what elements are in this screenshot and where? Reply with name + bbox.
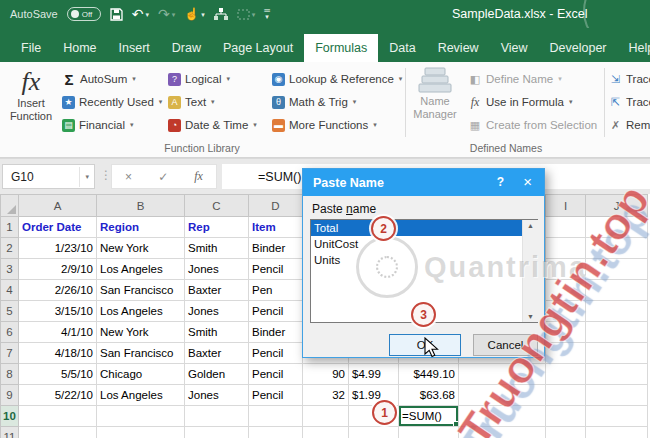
cell-F11[interactable]	[349, 427, 399, 438]
cell-D4[interactable]: Pen	[249, 280, 303, 301]
cell-J1[interactable]	[586, 217, 648, 238]
cell-B11[interactable]	[97, 427, 185, 438]
cell-I1[interactable]	[546, 217, 586, 238]
scroll-down-icon[interactable]: ▼	[523, 313, 538, 320]
tab-formulas[interactable]: Formulas	[304, 34, 378, 62]
row-header-4[interactable]: 4	[1, 280, 19, 301]
touch-mode-dropdown-icon[interactable]: ▾	[201, 11, 205, 18]
cell-J7[interactable]	[586, 343, 648, 364]
cell-J11[interactable]	[586, 427, 648, 438]
cell-B5[interactable]: Los Angeles	[97, 301, 185, 322]
row-header-7[interactable]: 7	[1, 343, 19, 364]
listbox-scrollbar[interactable]: ▲ ▼	[522, 220, 538, 322]
row-header-1[interactable]: 1	[1, 217, 19, 238]
selection-dropdown-icon[interactable]: ▾	[252, 11, 256, 18]
cancel-entry-button[interactable]: ×	[125, 170, 132, 184]
math-trig-button[interactable]: θ Math & Trig▾	[272, 91, 356, 113]
financial-button[interactable]: ▤ Financial▾	[62, 114, 134, 136]
list-item-units[interactable]: Units	[311, 252, 537, 268]
tab-insert[interactable]: Insert	[108, 34, 161, 62]
cell-B7[interactable]: San Francisco	[97, 343, 185, 364]
cell-H11[interactable]	[459, 427, 546, 438]
fill-handle[interactable]	[453, 421, 459, 427]
tab-developer[interactable]: Developer	[539, 34, 618, 62]
cell-D1[interactable]: Item	[249, 217, 303, 238]
create-from-selection-button[interactable]: ▦ Create from Selection	[468, 114, 597, 136]
row-header-10[interactable]: 10	[1, 406, 19, 427]
touch-mode-button[interactable]: ☝▾	[184, 8, 205, 20]
column-header-I[interactable]: I	[546, 195, 586, 217]
cancel-button[interactable]: Cancel	[473, 334, 538, 356]
row-header-6[interactable]: 6	[1, 322, 19, 343]
cell-C7[interactable]: Baxter	[185, 343, 249, 364]
redo-dropdown-icon[interactable]: ▾	[172, 11, 176, 18]
autosum-button[interactable]: Σ AutoSum▾	[62, 68, 136, 90]
tab-review[interactable]: Review	[427, 34, 490, 62]
selection-button[interactable]: ▾	[237, 9, 256, 20]
trace-precedents-button[interactable]: ⇲ Trace Precedents	[609, 68, 650, 90]
cell-E8[interactable]: 90	[303, 364, 349, 385]
cell-D9[interactable]: Pencil	[249, 385, 303, 406]
cell-D6[interactable]: Binder	[249, 322, 303, 343]
cell-E9[interactable]: 32	[303, 385, 349, 406]
cell-I3[interactable]	[546, 259, 586, 280]
name-box-dropdown-icon[interactable]: ▾	[79, 167, 94, 187]
cell-J5[interactable]	[586, 301, 648, 322]
cell-A10[interactable]	[19, 406, 97, 427]
cell-D11[interactable]	[249, 427, 303, 438]
cell-J9[interactable]	[586, 385, 648, 406]
autosave-toggle[interactable]: Off	[67, 7, 101, 21]
cell-I9[interactable]	[546, 385, 586, 406]
cell-I11[interactable]	[546, 427, 586, 438]
dialog-title-bar[interactable]: Paste Name	[303, 169, 544, 196]
row-header-11[interactable]: 11	[1, 427, 19, 438]
name-box[interactable]: G10 ▾	[2, 164, 95, 189]
cell-D10[interactable]	[249, 406, 303, 427]
tab-help[interactable]: Help	[618, 34, 650, 62]
cell-H10[interactable]	[459, 406, 546, 427]
cell-E11[interactable]	[303, 427, 349, 438]
row-header-9[interactable]: 9	[1, 385, 19, 406]
cell-B8[interactable]: Chicago	[97, 364, 185, 385]
lookup-reference-button[interactable]: ◉ Lookup & Reference▾	[272, 68, 402, 90]
cell-J2[interactable]	[586, 238, 648, 259]
cell-I6[interactable]	[546, 322, 586, 343]
cell-C4[interactable]: Baxter	[185, 280, 249, 301]
cell-G11[interactable]	[399, 427, 459, 438]
insert-function-fx-button[interactable]: fx	[194, 169, 203, 184]
cell-I7[interactable]	[546, 343, 586, 364]
date-time-button[interactable]: ◔ Date & Time▾	[168, 114, 257, 136]
tab-view[interactable]: View	[490, 34, 539, 62]
cell-D5[interactable]: Pencil	[249, 301, 303, 322]
column-header-C[interactable]: C	[185, 195, 249, 217]
save-button[interactable]	[110, 8, 123, 21]
accessibility-button[interactable]	[214, 8, 228, 21]
more-functions-button[interactable]: ▬ More Functions▾	[272, 114, 377, 136]
cell-A7[interactable]: 4/18/10	[19, 343, 97, 364]
cell-J8[interactable]	[586, 364, 648, 385]
cell-D8[interactable]: Pencil	[249, 364, 303, 385]
row-header-8[interactable]: 8	[1, 364, 19, 385]
list-item-unitcost[interactable]: UnitCost	[311, 236, 537, 252]
dialog-close-button[interactable]: ×	[523, 173, 532, 190]
cell-H8[interactable]	[459, 364, 546, 385]
use-in-formula-button[interactable]: fx Use in Formula▾	[468, 91, 572, 113]
cell-J3[interactable]	[586, 259, 648, 280]
undo-button[interactable]: ↶▾	[132, 7, 149, 21]
column-header-D[interactable]: D	[249, 195, 303, 217]
cell-B4[interactable]: San Francisco	[97, 280, 185, 301]
cell-B2[interactable]: New York	[97, 238, 185, 259]
row-header-5[interactable]: 5	[1, 301, 19, 322]
cell-I2[interactable]	[546, 238, 586, 259]
tab-data[interactable]: Data	[378, 34, 426, 62]
column-header-A[interactable]: A	[19, 195, 97, 217]
cell-C6[interactable]: Smith	[185, 322, 249, 343]
ok-button[interactable]: OK	[389, 334, 461, 356]
tab-draw[interactable]: Draw	[161, 34, 212, 62]
cell-C1[interactable]: Rep	[185, 217, 249, 238]
customize-qat-button[interactable]: ═ ▾	[264, 8, 270, 20]
cell-I5[interactable]	[546, 301, 586, 322]
define-name-button[interactable]: ◧ Define Name▾	[468, 68, 562, 90]
cell-B9[interactable]: Los Angeles	[97, 385, 185, 406]
cell-F8[interactable]: $4.99	[349, 364, 399, 385]
